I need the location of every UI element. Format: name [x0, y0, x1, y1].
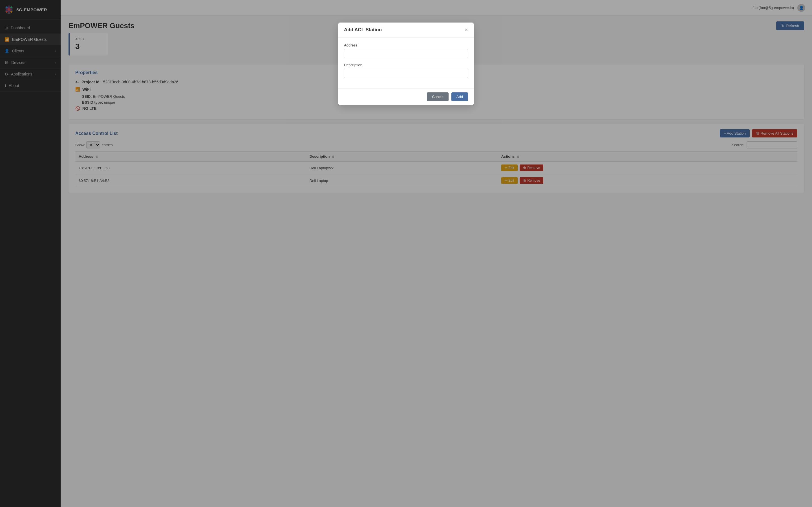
- address-input[interactable]: [344, 49, 468, 58]
- description-input[interactable]: [344, 69, 468, 78]
- description-form-group: Description: [344, 63, 468, 78]
- address-form-group: Address: [344, 43, 468, 58]
- add-acl-station-modal: Add ACL Station × Address Description Ca…: [338, 22, 474, 105]
- modal-overlay: Add ACL Station × Address Description Ca…: [0, 0, 812, 507]
- modal-close-button[interactable]: ×: [465, 27, 468, 33]
- cancel-button[interactable]: Cancel: [427, 93, 448, 101]
- modal-body: Address Description: [338, 38, 474, 88]
- modal-header: Add ACL Station ×: [338, 22, 474, 38]
- add-button[interactable]: Add: [451, 93, 468, 101]
- description-label: Description: [344, 63, 468, 67]
- modal-footer: Cancel Add: [338, 88, 474, 105]
- address-label: Address: [344, 43, 468, 47]
- modal-title: Add ACL Station: [344, 27, 382, 33]
